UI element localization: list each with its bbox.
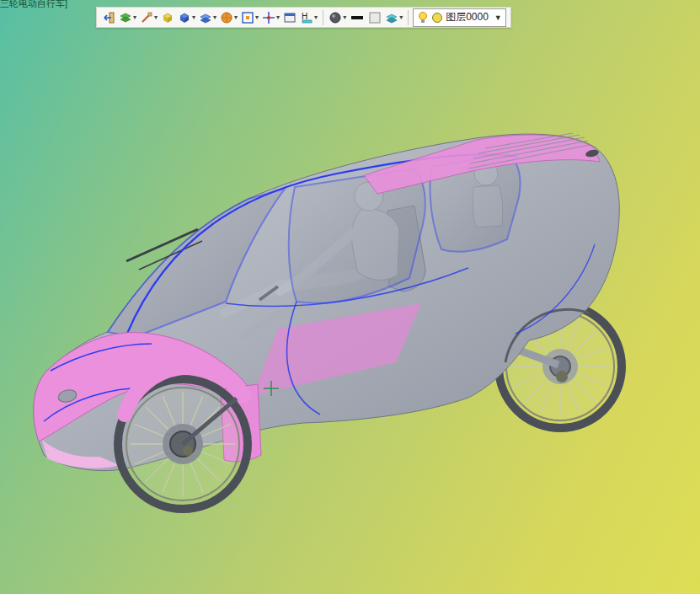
toolbar-separator xyxy=(323,10,323,25)
color-swatch-button[interactable] xyxy=(367,10,382,25)
dropdown-arrow[interactable]: ▾ xyxy=(276,14,280,21)
brush-icon xyxy=(140,11,153,24)
material-button[interactable]: ▾ xyxy=(219,10,238,25)
blue-planes-icon xyxy=(199,11,212,24)
return-arrow-icon xyxy=(102,11,115,24)
dropdown-arrow[interactable]: ▾ xyxy=(314,14,318,21)
green-layers-icon xyxy=(119,11,132,24)
line-width-button[interactable] xyxy=(349,10,366,25)
display-style-button[interactable]: ▾ xyxy=(118,10,137,25)
yellow-cube-icon xyxy=(161,11,174,24)
dropdown-arrow[interactable]: ▾ xyxy=(154,14,158,21)
layer-name: 图层0000 xyxy=(446,10,489,24)
window-icon xyxy=(283,11,297,24)
plane-tools-button[interactable]: ▾ xyxy=(198,10,217,25)
dropdown-arrow[interactable]: ▾ xyxy=(399,14,403,21)
blue-cube-icon xyxy=(178,11,191,24)
cyan-layers-icon xyxy=(385,11,398,24)
blank-swatch-icon xyxy=(368,11,382,24)
dropdown-arrow[interactable]: ▾ xyxy=(133,14,136,21)
dropdown-arrow[interactable]: ▾ xyxy=(343,14,346,21)
selection-frame-icon xyxy=(241,11,254,24)
cad-window: 三轮电动自行车] xyxy=(0,0,700,594)
layer-planes-button[interactable]: ▾ xyxy=(384,10,403,25)
thick-line-icon xyxy=(350,11,365,24)
measure-h-icon: H xyxy=(300,11,313,24)
light-bulb-icon xyxy=(417,11,429,24)
orange-sphere-icon xyxy=(220,11,233,24)
render-sphere-icon xyxy=(329,11,342,24)
layer-selector[interactable]: 图层0000 ▼ xyxy=(413,8,506,27)
feature-cube-button[interactable]: ▾ xyxy=(177,10,196,25)
render-mode-button[interactable]: ▾ xyxy=(328,10,347,25)
dropdown-arrow[interactable]: ▾ xyxy=(234,14,238,21)
orientation-button[interactable]: ▾ xyxy=(261,10,281,25)
3d-viewport[interactable] xyxy=(0,0,700,594)
dropdown-arrow[interactable]: ▾ xyxy=(192,14,195,21)
chevron-down-icon[interactable]: ▼ xyxy=(494,13,502,22)
exit-button[interactable] xyxy=(101,10,116,25)
solid-cube-button[interactable] xyxy=(160,10,175,25)
dropdown-arrow[interactable]: ▾ xyxy=(255,14,259,21)
measure-button[interactable]: H ▾ xyxy=(299,10,318,25)
selection-frame-button[interactable]: ▾ xyxy=(240,10,259,25)
window-button[interactable] xyxy=(282,10,297,25)
compass-icon xyxy=(262,11,275,24)
dropdown-arrow[interactable]: ▾ xyxy=(213,14,216,21)
main-toolbar: ▾ ▾ ▾ ▾ xyxy=(96,7,511,28)
layer-color-icon xyxy=(431,12,443,24)
sketch-button[interactable]: ▾ xyxy=(139,10,158,25)
svg-text:H: H xyxy=(302,12,307,21)
toolbar-separator xyxy=(408,10,409,25)
